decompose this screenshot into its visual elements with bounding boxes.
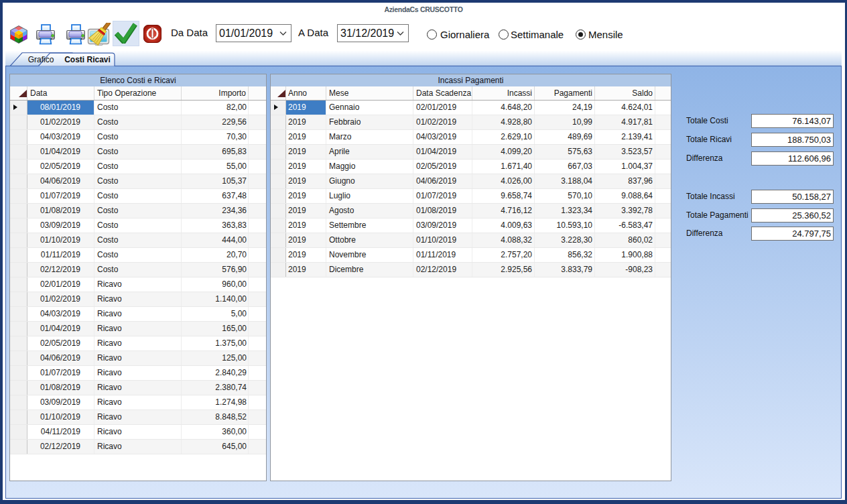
svg-text:Grafico: Grafico [28, 55, 54, 64]
svg-text:Costi Ricavi: Costi Ricavi [64, 55, 111, 64]
